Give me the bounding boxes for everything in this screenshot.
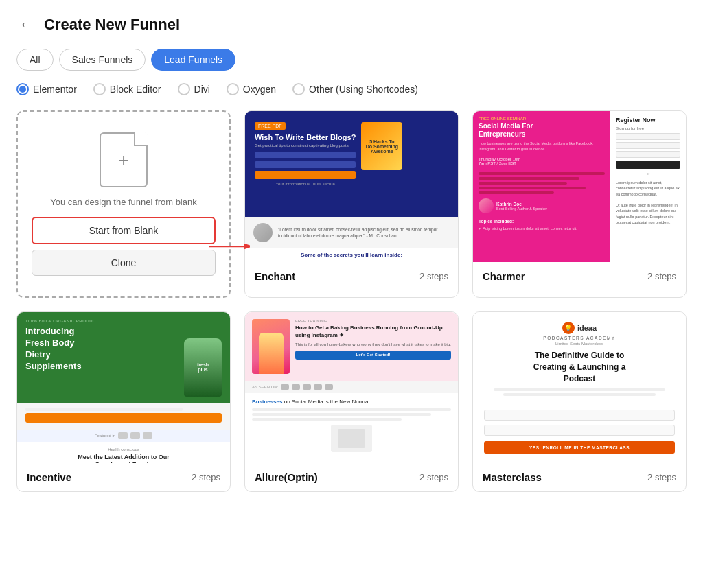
tab-lead[interactable]: Lead Funnels bbox=[151, 49, 235, 71]
masterclass-card-footer: Masterclass 2 steps bbox=[473, 463, 686, 491]
allure-card-name: Allure(Optin) bbox=[255, 471, 318, 483]
enchant-card-name: Enchant bbox=[255, 270, 295, 282]
radio-oxygen[interactable]: Oxygen bbox=[227, 83, 276, 95]
page-header: ← Create New Funnel bbox=[16, 14, 687, 35]
radio-label-block-editor: Block Editor bbox=[110, 84, 161, 95]
back-button[interactable]: ← bbox=[16, 14, 36, 35]
charmer-card-footer: Charmer 2 steps bbox=[473, 262, 686, 290]
charmer-preview: FREE ONLINE SEMINAR Social Media ForEntr… bbox=[473, 111, 686, 262]
funnel-card-allure[interactable]: FREE TRAINING How to Get a Baking Busine… bbox=[244, 311, 459, 492]
allure-preview: FREE TRAINING How to Get a Baking Busine… bbox=[245, 312, 458, 463]
enchant-preview: FREE PDF Wish To Write Better Blogs? Get… bbox=[245, 111, 458, 262]
radio-label-oxygen: Oxygen bbox=[243, 84, 276, 95]
tab-all[interactable]: All bbox=[16, 49, 54, 71]
allure-card-steps: 2 steps bbox=[419, 472, 448, 482]
blank-icon: + bbox=[100, 132, 148, 187]
page-title: Create New Funnel bbox=[44, 16, 180, 34]
incentive-card-footer: Incentive 2 steps bbox=[17, 463, 230, 491]
radio-divi[interactable]: Divi bbox=[178, 83, 210, 95]
radio-label-other: Other (Using Shortcodes) bbox=[309, 84, 418, 95]
masterclass-preview: 💡 ideaa PODCASTERS ACADEMY Limited Seats… bbox=[473, 312, 686, 463]
incentive-card-steps: 2 steps bbox=[192, 472, 220, 482]
radio-label-divi: Divi bbox=[194, 84, 210, 95]
blank-funnel-card: + You can design the funnel from blank S… bbox=[16, 110, 231, 298]
charmer-card-name: Charmer bbox=[483, 270, 525, 282]
radio-block-editor[interactable]: Block Editor bbox=[93, 83, 161, 95]
red-arrow-icon bbox=[209, 239, 250, 253]
radio-circle-elementor bbox=[16, 83, 29, 95]
radio-circle-block-editor bbox=[93, 83, 106, 95]
tab-sales[interactable]: Sales Funnels bbox=[59, 49, 146, 71]
funnel-grid: + You can design the funnel from blank S… bbox=[16, 110, 687, 492]
start-blank-button[interactable]: Start from Blank bbox=[32, 217, 216, 244]
blank-buttons-wrapper: Start from Blank Clone bbox=[32, 217, 216, 276]
radio-circle-other bbox=[292, 83, 305, 95]
funnel-card-masterclass[interactable]: 💡 ideaa PODCASTERS ACADEMY Limited Seats… bbox=[472, 311, 687, 492]
allure-card-footer: Allure(Optin) 2 steps bbox=[245, 463, 458, 491]
radio-elementor[interactable]: Elementor bbox=[16, 83, 77, 95]
radio-label-elementor: Elementor bbox=[33, 84, 77, 95]
funnel-card-enchant[interactable]: FREE PDF Wish To Write Better Blogs? Get… bbox=[244, 110, 459, 298]
editor-radio-group: Elementor Block Editor Divi Oxygen Other… bbox=[16, 83, 687, 95]
blank-description: You can design the funnel from blank bbox=[50, 197, 196, 207]
clone-button[interactable]: Clone bbox=[32, 250, 216, 276]
masterclass-card-name: Masterclass bbox=[483, 471, 542, 483]
incentive-card-name: Incentive bbox=[27, 471, 71, 483]
radio-circle-oxygen bbox=[227, 83, 239, 95]
masterclass-card-steps: 2 steps bbox=[647, 472, 676, 482]
radio-circle-divi bbox=[178, 83, 190, 95]
funnel-card-incentive[interactable]: 100% Bio & Organic Product IntroducingFr… bbox=[16, 311, 231, 492]
radio-other[interactable]: Other (Using Shortcodes) bbox=[292, 83, 418, 95]
filter-tabs: All Sales Funnels Lead Funnels bbox=[16, 49, 687, 71]
charmer-card-steps: 2 steps bbox=[647, 271, 676, 281]
enchant-card-footer: Enchant 2 steps bbox=[245, 262, 458, 290]
incentive-preview: 100% Bio & Organic Product IntroducingFr… bbox=[17, 312, 230, 463]
funnel-card-charmer[interactable]: FREE ONLINE SEMINAR Social Media ForEntr… bbox=[472, 110, 687, 298]
enchant-card-steps: 2 steps bbox=[419, 271, 448, 281]
